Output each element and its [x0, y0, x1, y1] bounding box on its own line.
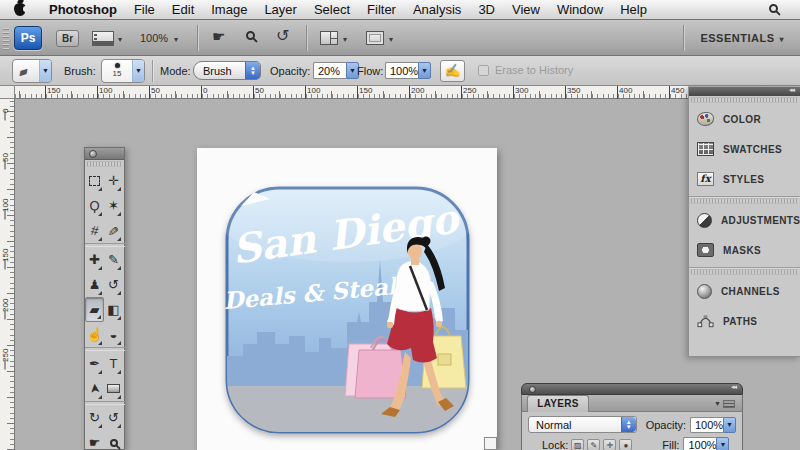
- color-palette-icon: [697, 112, 714, 126]
- tool-lasso[interactable]: Ϙ: [85, 193, 104, 218]
- zoom-level-value[interactable]: 100%: [140, 32, 168, 44]
- photoshop-window: Photoshop File Edit Image Layer Select F…: [0, 0, 800, 450]
- menu-filter[interactable]: Filter: [367, 2, 396, 17]
- screen-mode-dropdown-arrow[interactable]: ▾: [389, 35, 393, 44]
- tool-rectangular-marquee[interactable]: [85, 168, 104, 193]
- screen-mode-icon[interactable]: [366, 31, 384, 45]
- mode-select[interactable]: Brush ▲ ▼: [193, 61, 261, 80]
- arrange-documents-icon[interactable]: [320, 31, 338, 45]
- application-bar: Ps Br ▾ 100% ▾ ☛ ↺ ▾ ▾ ESSENTIALS▾: [0, 20, 800, 56]
- dock-collapse-icon[interactable]: ◂◂: [789, 86, 794, 94]
- launch-bridge-button[interactable]: Br: [56, 30, 79, 47]
- menu-image[interactable]: Image: [211, 2, 247, 17]
- workspace-switcher[interactable]: ESSENTIALS▾: [700, 32, 784, 44]
- tool-crop[interactable]: #: [85, 218, 104, 243]
- layers-close-button[interactable]: [529, 386, 536, 393]
- tool-clone-stamp[interactable]: ♟: [85, 272, 104, 297]
- opacity-input[interactable]: 20%: [313, 62, 346, 79]
- panel-button-adjustments[interactable]: ADJUSTMENTS: [689, 205, 800, 235]
- blend-mode-select[interactable]: Normal ▲ ▼: [528, 416, 637, 433]
- lock-image-button[interactable]: ✎: [587, 439, 600, 450]
- blend-mode-value: Normal: [529, 419, 571, 431]
- menu-select[interactable]: Select: [314, 2, 350, 17]
- lock-transparency-button[interactable]: ▨: [571, 439, 584, 450]
- apple-menu-icon[interactable]: [14, 3, 26, 16]
- tool-eraser[interactable]: ▰: [85, 297, 104, 322]
- layers-collapse-icon[interactable]: ◂◂: [731, 383, 736, 391]
- horizontal-ruler[interactable]: 150 100 50 0 50 100 150 200 250 300 350 …: [15, 86, 688, 99]
- app-icon-artwork: San Diego Deals & Steals: [197, 148, 497, 450]
- tool-path-selection[interactable]: ➤: [85, 376, 104, 401]
- tab-layers[interactable]: LAYERS: [527, 395, 589, 412]
- tool-gradient[interactable]: ◧: [104, 297, 123, 322]
- tool-healing-brush[interactable]: ✚: [85, 247, 104, 272]
- palette-close-button[interactable]: [89, 150, 97, 158]
- panel-button-styles[interactable]: fx STYLES: [689, 164, 800, 194]
- tool-move[interactable]: ✛: [104, 168, 123, 193]
- menu-layer[interactable]: Layer: [264, 2, 297, 17]
- clone-stamp-icon: ♟: [89, 278, 101, 291]
- airbrush-toggle[interactable]: ✍: [440, 60, 465, 82]
- tool-3d-rotate[interactable]: ↻: [85, 405, 104, 430]
- tools-palette-titlebar[interactable]: [85, 148, 124, 160]
- tool-hand[interactable]: ☛: [85, 430, 104, 450]
- tool-pen[interactable]: ✒: [85, 351, 104, 376]
- separator: [197, 25, 198, 51]
- flow-dropdown-arrow[interactable]: ▼: [418, 62, 431, 79]
- tool-zoom[interactable]: [104, 430, 123, 450]
- rotate-view-icon[interactable]: ↺: [276, 26, 289, 45]
- lock-all-button[interactable]: ●: [619, 439, 632, 450]
- zoom-level-dropdown-arrow[interactable]: ▾: [174, 35, 178, 44]
- hand-tool-icon[interactable]: ☛: [212, 28, 225, 46]
- document-resize-grip[interactable]: [484, 437, 497, 450]
- fill-input[interactable]: 100%: [683, 437, 716, 450]
- menu-help[interactable]: Help: [620, 2, 647, 17]
- tool-brush[interactable]: ✎: [104, 247, 123, 272]
- flow-input[interactable]: 100%: [385, 62, 418, 79]
- eyedropper-icon: ✐: [108, 224, 120, 238]
- eraser-tool-icon: ▰: [16, 62, 30, 79]
- spotlight-search-icon[interactable]: [769, 4, 778, 13]
- ruler-origin-corner[interactable]: [0, 86, 15, 99]
- view-extras-dropdown-arrow[interactable]: ▾: [118, 35, 122, 44]
- layers-panel-titlebar[interactable]: ◂◂: [521, 383, 743, 395]
- tool-magic-wand[interactable]: ✶: [104, 193, 123, 218]
- document-window[interactable]: San Diego Deals & Steals: [197, 148, 497, 450]
- dock-header[interactable]: ◂◂: [689, 87, 800, 96]
- menu-photoshop[interactable]: Photoshop: [49, 2, 117, 17]
- ruler-tick-label: 200: [411, 86, 424, 95]
- panel-button-channels[interactable]: CHANNELS: [689, 276, 800, 306]
- view-extras-icon[interactable]: [92, 31, 114, 46]
- ruler-tick-label: 0: [203, 86, 207, 95]
- lock-position-button[interactable]: ✛: [603, 439, 616, 450]
- tool-eyedropper[interactable]: ✐: [104, 218, 123, 243]
- menu-file[interactable]: File: [134, 2, 155, 17]
- menu-analysis[interactable]: Analysis: [413, 2, 461, 17]
- menu-window[interactable]: Window: [557, 2, 603, 17]
- tool-preset-picker[interactable]: ▰ ▼: [12, 59, 52, 83]
- menu-3d[interactable]: 3D: [478, 2, 495, 17]
- tool-dodge[interactable]: ◒: [104, 322, 123, 347]
- flyout-menu-icon: [723, 400, 735, 408]
- tool-history-brush[interactable]: ↺: [104, 272, 123, 297]
- dock-texture: [691, 198, 798, 204]
- layers-flyout-menu[interactable]: ▼: [714, 399, 736, 408]
- menu-edit[interactable]: Edit: [172, 2, 194, 17]
- panel-button-color[interactable]: COLOR: [689, 104, 800, 134]
- arrange-documents-dropdown-arrow[interactable]: ▾: [343, 35, 347, 44]
- tool-smudge[interactable]: ☝: [85, 322, 104, 347]
- menu-view[interactable]: View: [512, 2, 540, 17]
- layer-opacity-dropdown-arrow[interactable]: ▼: [723, 417, 736, 433]
- tool-type[interactable]: T: [104, 351, 123, 376]
- erase-to-history-checkbox[interactable]: [478, 65, 489, 76]
- panel-button-paths[interactable]: PATHS: [689, 306, 800, 336]
- brush-preset-picker[interactable]: 15 ▼: [101, 59, 145, 83]
- tool-rectangle-shape[interactable]: [104, 376, 123, 401]
- tool-3d-orbit[interactable]: ↺: [104, 405, 123, 430]
- vertical-ruler[interactable]: 0 50 100 150 200 250: [0, 99, 15, 450]
- panel-button-swatches[interactable]: SWATCHES: [689, 134, 800, 164]
- layer-opacity-input[interactable]: 100%: [690, 417, 723, 433]
- panel-button-masks[interactable]: MASKS: [689, 235, 800, 265]
- zoom-tool-icon[interactable]: [246, 31, 255, 40]
- fill-dropdown-arrow[interactable]: ▼: [716, 437, 729, 450]
